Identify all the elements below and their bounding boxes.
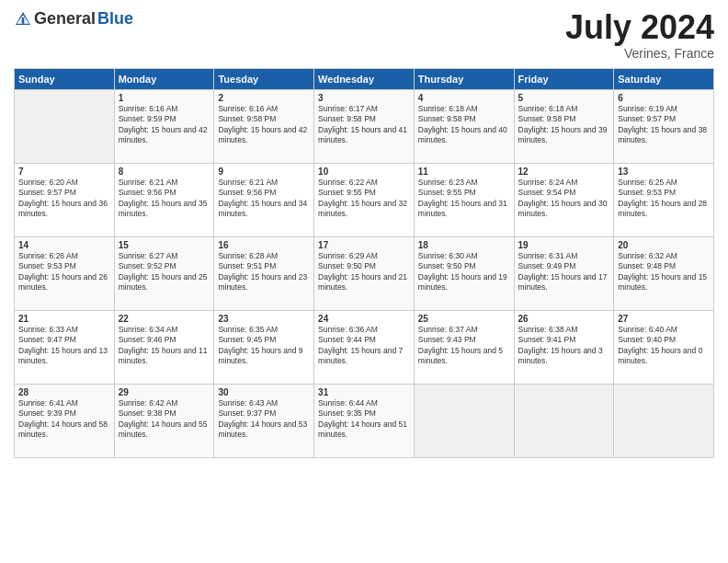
- calendar-cell: 18Sunrise: 6:30 AMSunset: 9:50 PMDayligh…: [414, 236, 514, 310]
- calendar-cell: 5Sunrise: 6:18 AMSunset: 9:58 PMDaylight…: [514, 89, 614, 163]
- calendar-cell: [514, 384, 614, 457]
- day-header-friday: Friday: [514, 68, 614, 89]
- day-number: 4: [418, 93, 510, 103]
- month-title: July 2024: [565, 9, 714, 46]
- calendar-cell: 4Sunrise: 6:18 AMSunset: 9:58 PMDaylight…: [414, 89, 514, 163]
- day-header-monday: Monday: [114, 68, 214, 89]
- calendar-cell: 11Sunrise: 6:23 AMSunset: 9:55 PMDayligh…: [414, 163, 514, 236]
- calendar-cell: 3Sunrise: 6:17 AMSunset: 9:58 PMDaylight…: [314, 89, 415, 163]
- logo: General Blue: [14, 9, 133, 29]
- day-number: 24: [318, 314, 410, 324]
- calendar-cell: 15Sunrise: 6:27 AMSunset: 9:52 PMDayligh…: [114, 236, 214, 310]
- calendar-cell: 17Sunrise: 6:29 AMSunset: 9:50 PMDayligh…: [314, 236, 415, 310]
- cell-details: Sunrise: 6:36 AMSunset: 9:44 PMDaylight:…: [318, 325, 410, 367]
- logo-general: General: [34, 9, 96, 29]
- calendar-cell: 21Sunrise: 6:33 AMSunset: 9:47 PMDayligh…: [15, 310, 115, 384]
- cell-details: Sunrise: 6:26 AMSunset: 9:53 PMDaylight:…: [18, 251, 110, 293]
- title-area: July 2024 Verines, France: [565, 9, 714, 61]
- svg-rect-2: [22, 17, 25, 24]
- day-number: 26: [518, 314, 610, 324]
- calendar-cell: 19Sunrise: 6:31 AMSunset: 9:49 PMDayligh…: [514, 236, 614, 310]
- day-number: 10: [318, 167, 410, 177]
- day-number: 13: [618, 167, 710, 177]
- cell-details: Sunrise: 6:40 AMSunset: 9:40 PMDaylight:…: [618, 325, 710, 367]
- cell-details: Sunrise: 6:24 AMSunset: 9:54 PMDaylight:…: [518, 178, 610, 220]
- cell-details: Sunrise: 6:28 AMSunset: 9:51 PMDaylight:…: [218, 251, 310, 293]
- logo-icon: [14, 10, 32, 29]
- day-number: 20: [618, 240, 710, 250]
- day-number: 30: [218, 387, 310, 397]
- cell-details: Sunrise: 6:31 AMSunset: 9:49 PMDaylight:…: [518, 251, 610, 293]
- day-number: 27: [618, 314, 710, 324]
- day-number: 11: [418, 167, 510, 177]
- calendar-cell: 30Sunrise: 6:43 AMSunset: 9:37 PMDayligh…: [214, 384, 314, 457]
- cell-details: Sunrise: 6:16 AMSunset: 9:58 PMDaylight:…: [218, 104, 310, 146]
- calendar-cell: 10Sunrise: 6:22 AMSunset: 9:55 PMDayligh…: [314, 163, 415, 236]
- cell-details: Sunrise: 6:18 AMSunset: 9:58 PMDaylight:…: [518, 104, 610, 146]
- calendar-cell: 26Sunrise: 6:38 AMSunset: 9:41 PMDayligh…: [514, 310, 614, 384]
- day-header-saturday: Saturday: [614, 68, 714, 89]
- day-number: 23: [218, 314, 310, 324]
- cell-details: Sunrise: 6:33 AMSunset: 9:47 PMDaylight:…: [18, 325, 110, 367]
- calendar-cell: 9Sunrise: 6:21 AMSunset: 9:56 PMDaylight…: [214, 163, 314, 236]
- calendar-table: SundayMondayTuesdayWednesdayThursdayFrid…: [14, 68, 714, 458]
- day-number: 7: [18, 167, 110, 177]
- day-number: 12: [518, 167, 610, 177]
- calendar-cell: [614, 384, 714, 457]
- cell-details: Sunrise: 6:22 AMSunset: 9:55 PMDaylight:…: [318, 178, 410, 220]
- calendar-cell: 16Sunrise: 6:28 AMSunset: 9:51 PMDayligh…: [214, 236, 314, 310]
- day-number: 9: [218, 167, 310, 177]
- day-number: 25: [418, 314, 510, 324]
- week-row-1: 1Sunrise: 6:16 AMSunset: 9:59 PMDaylight…: [15, 89, 714, 163]
- day-number: 15: [119, 240, 210, 250]
- cell-details: Sunrise: 6:21 AMSunset: 9:56 PMDaylight:…: [218, 178, 310, 220]
- day-header-sunday: Sunday: [15, 68, 115, 89]
- day-header-wednesday: Wednesday: [314, 68, 415, 89]
- week-row-5: 28Sunrise: 6:41 AMSunset: 9:39 PMDayligh…: [15, 384, 714, 457]
- day-number: 16: [218, 240, 310, 250]
- calendar-cell: [15, 89, 115, 163]
- calendar-cell: 8Sunrise: 6:21 AMSunset: 9:56 PMDaylight…: [114, 163, 214, 236]
- week-row-3: 14Sunrise: 6:26 AMSunset: 9:53 PMDayligh…: [15, 236, 714, 310]
- calendar-cell: 7Sunrise: 6:20 AMSunset: 9:57 PMDaylight…: [15, 163, 115, 236]
- cell-details: Sunrise: 6:32 AMSunset: 9:48 PMDaylight:…: [618, 251, 710, 293]
- day-number: 8: [119, 167, 210, 177]
- day-number: 2: [218, 93, 310, 103]
- day-number: 3: [318, 93, 410, 103]
- cell-details: Sunrise: 6:38 AMSunset: 9:41 PMDaylight:…: [518, 325, 610, 367]
- day-number: 19: [518, 240, 610, 250]
- cell-details: Sunrise: 6:34 AMSunset: 9:46 PMDaylight:…: [119, 325, 210, 367]
- cell-details: Sunrise: 6:20 AMSunset: 9:57 PMDaylight:…: [18, 178, 110, 220]
- cell-details: Sunrise: 6:18 AMSunset: 9:58 PMDaylight:…: [418, 104, 510, 146]
- day-number: 1: [119, 93, 210, 103]
- calendar-cell: 27Sunrise: 6:40 AMSunset: 9:40 PMDayligh…: [614, 310, 714, 384]
- location: Verines, France: [565, 46, 714, 61]
- day-number: 31: [318, 387, 410, 397]
- calendar-cell: 23Sunrise: 6:35 AMSunset: 9:45 PMDayligh…: [214, 310, 314, 384]
- day-number: 18: [418, 240, 510, 250]
- cell-details: Sunrise: 6:30 AMSunset: 9:50 PMDaylight:…: [418, 251, 510, 293]
- calendar-cell: 22Sunrise: 6:34 AMSunset: 9:46 PMDayligh…: [114, 310, 214, 384]
- header: General Blue July 2024 Verines, France: [14, 9, 714, 61]
- cell-details: Sunrise: 6:27 AMSunset: 9:52 PMDaylight:…: [119, 251, 210, 293]
- calendar-cell: 12Sunrise: 6:24 AMSunset: 9:54 PMDayligh…: [514, 163, 614, 236]
- calendar-cell: 6Sunrise: 6:19 AMSunset: 9:57 PMDaylight…: [614, 89, 714, 163]
- cell-details: Sunrise: 6:35 AMSunset: 9:45 PMDaylight:…: [218, 325, 310, 367]
- calendar-cell: 20Sunrise: 6:32 AMSunset: 9:48 PMDayligh…: [614, 236, 714, 310]
- cell-details: Sunrise: 6:41 AMSunset: 9:39 PMDaylight:…: [18, 398, 110, 441]
- day-header-tuesday: Tuesday: [214, 68, 314, 89]
- calendar-cell: 29Sunrise: 6:42 AMSunset: 9:38 PMDayligh…: [114, 384, 214, 457]
- cell-details: Sunrise: 6:23 AMSunset: 9:55 PMDaylight:…: [418, 178, 510, 220]
- calendar-cell: 14Sunrise: 6:26 AMSunset: 9:53 PMDayligh…: [15, 236, 115, 310]
- cell-details: Sunrise: 6:21 AMSunset: 9:56 PMDaylight:…: [119, 178, 210, 220]
- cell-details: Sunrise: 6:37 AMSunset: 9:43 PMDaylight:…: [418, 325, 510, 367]
- day-number: 21: [18, 314, 110, 324]
- calendar-cell: 28Sunrise: 6:41 AMSunset: 9:39 PMDayligh…: [15, 384, 115, 457]
- day-number: 14: [18, 240, 110, 250]
- day-number: 17: [318, 240, 410, 250]
- calendar-cell: 24Sunrise: 6:36 AMSunset: 9:44 PMDayligh…: [314, 310, 415, 384]
- day-number: 5: [518, 93, 610, 103]
- day-header-thursday: Thursday: [414, 68, 514, 89]
- cell-details: Sunrise: 6:16 AMSunset: 9:59 PMDaylight:…: [119, 104, 210, 146]
- calendar-cell: 1Sunrise: 6:16 AMSunset: 9:59 PMDaylight…: [114, 89, 214, 163]
